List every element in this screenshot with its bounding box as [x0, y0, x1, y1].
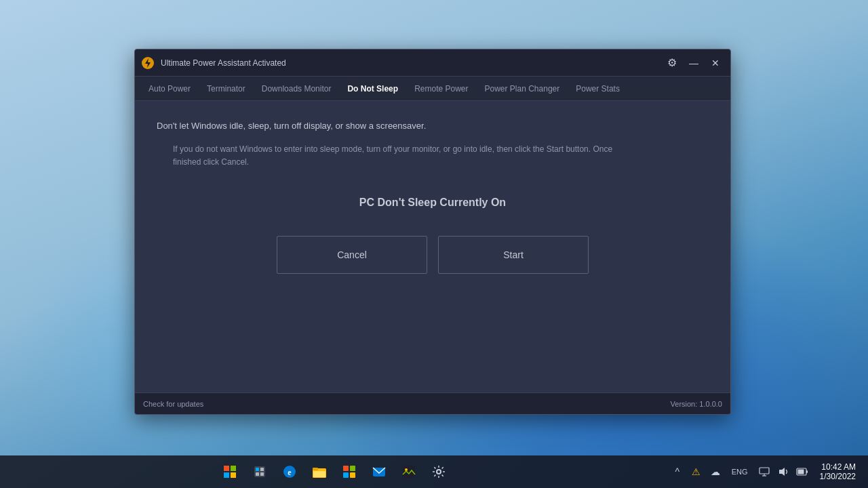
status-display: PC Don't Sleep Currently On	[157, 197, 709, 209]
svg-rect-18	[343, 472, 349, 478]
svg-rect-9	[256, 472, 259, 476]
svg-rect-15	[313, 471, 326, 477]
title-controls: ⚙ — ✕	[663, 55, 725, 71]
taskbar-icons: e	[0, 458, 669, 485]
language-indicator[interactable]: ENG	[729, 466, 751, 477]
svg-rect-19	[350, 472, 355, 478]
svg-rect-14	[313, 468, 318, 470]
app-window: Ultimate Power Assistant Activated ⚙ — ✕…	[134, 49, 731, 415]
svg-rect-30	[806, 470, 808, 473]
nav-item-auto-power[interactable]: Auto Power	[140, 80, 199, 98]
taskbar-settings-icon[interactable]	[425, 458, 452, 485]
tray-volume-icon[interactable]	[775, 464, 791, 480]
nav-item-terminator[interactable]: Terminator	[199, 80, 254, 98]
svg-rect-16	[343, 466, 349, 471]
clock-date: 1/30/2022	[820, 472, 856, 481]
taskbar: e	[0, 455, 868, 488]
start-button[interactable]: Start	[438, 236, 589, 274]
taskbar-store-icon[interactable]	[336, 458, 363, 485]
content-area: Don't let Windows idle, sleep, turn off …	[135, 101, 730, 392]
svg-rect-5	[231, 472, 236, 478]
clock-time: 10:42 AM	[821, 462, 856, 472]
main-description: Don't let Windows idle, sleep, turn off …	[157, 120, 709, 132]
app-icon	[140, 56, 155, 70]
svg-rect-10	[260, 472, 264, 476]
title-bar: Ultimate Power Assistant Activated ⚙ — ✕	[135, 49, 730, 77]
window-title: Ultimate Power Assistant Activated	[161, 58, 286, 68]
tray-warning-icon[interactable]: ⚠	[688, 464, 705, 480]
close-button[interactable]: ✕	[706, 55, 725, 71]
tray-chevron-icon[interactable]: ^	[669, 464, 686, 480]
svg-rect-29	[797, 470, 804, 474]
cancel-button[interactable]: Cancel	[277, 236, 427, 274]
svg-point-23	[437, 470, 441, 474]
taskbar-search-icon[interactable]	[246, 458, 273, 485]
taskbar-edge-icon[interactable]: e	[276, 458, 303, 485]
version-label: Version: 1.0.0.0	[671, 400, 722, 408]
settings-button[interactable]: ⚙	[663, 55, 682, 71]
svg-rect-8	[260, 468, 264, 471]
clock-display[interactable]: 10:42 AM 1/30/2022	[816, 461, 860, 483]
nav-item-remote-power[interactable]: Remote Power	[406, 80, 476, 98]
taskbar-start-button[interactable]	[216, 458, 243, 485]
check-updates-link[interactable]: Check for updates	[143, 400, 203, 408]
minimize-button[interactable]: —	[684, 55, 703, 71]
title-bar-left: Ultimate Power Assistant Activated	[140, 56, 663, 70]
tray-battery-icon[interactable]	[794, 464, 810, 480]
sub-description: If you do not want Windows to enter into…	[157, 143, 618, 169]
nav-bar: Auto Power Terminator Downloads Monitor …	[135, 77, 730, 101]
system-tray: ^ ⚠ ☁	[669, 464, 724, 480]
nav-item-power-stats[interactable]: Power Stats	[568, 80, 628, 98]
status-bar: Check for updates Version: 1.0.0.0	[135, 392, 730, 414]
svg-rect-4	[224, 472, 229, 478]
nav-item-power-plan-changer[interactable]: Power Plan Changer	[477, 80, 568, 98]
svg-rect-17	[350, 466, 355, 471]
svg-rect-2	[224, 466, 229, 471]
tray-monitor-icon[interactable]	[756, 464, 772, 480]
button-row: Cancel Start	[157, 236, 709, 274]
taskbar-file-explorer-icon[interactable]	[306, 458, 333, 485]
tray-cloud-icon[interactable]: ☁	[707, 464, 724, 480]
nav-item-do-not-sleep[interactable]: Do Not Sleep	[339, 80, 406, 98]
svg-rect-3	[231, 466, 236, 471]
svg-rect-24	[760, 468, 769, 474]
svg-marker-27	[779, 468, 785, 476]
taskbar-right: ^ ⚠ ☁ ENG	[669, 461, 863, 483]
svg-text:e: e	[288, 468, 292, 477]
taskbar-photos-icon[interactable]	[395, 458, 422, 485]
taskbar-mail-icon[interactable]	[366, 458, 393, 485]
system-tray-right	[756, 464, 810, 480]
svg-rect-7	[256, 468, 259, 471]
nav-item-downloads-monitor[interactable]: Downloads Monitor	[254, 80, 340, 98]
